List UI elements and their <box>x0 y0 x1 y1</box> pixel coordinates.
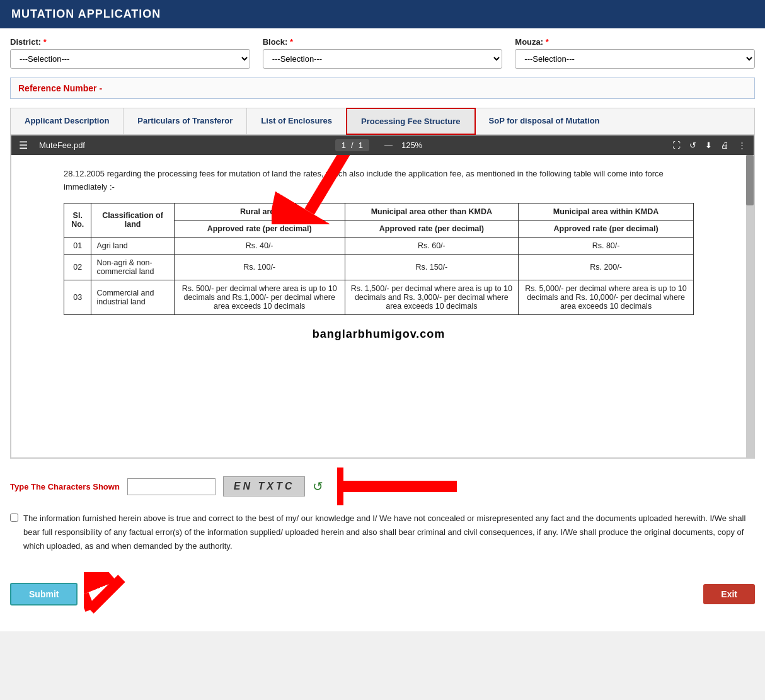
col-rural-area: Rural area <box>174 203 345 220</box>
captcha-row: Type The Characters Shown EN TXTC ↺ <box>10 468 755 505</box>
submit-button[interactable]: Submit <box>10 583 78 605</box>
reference-label: Reference Number - <box>18 83 102 93</box>
captcha-label: Type The Characters Shown <box>10 482 120 491</box>
cell-sl: 01 <box>64 237 91 254</box>
cell-muni-kmda: Rs. 80/- <box>519 237 694 254</box>
pdf-download-icon[interactable]: ⬇ <box>705 141 712 150</box>
pdf-filename: MuteFee.pdf <box>39 141 85 150</box>
svg-line-6 <box>90 578 122 610</box>
pdf-page-nav: 1 / 1 <box>335 139 369 151</box>
tab-transferor[interactable]: Particulars of Transferor <box>124 108 247 134</box>
cell-sl: 02 <box>64 254 91 280</box>
cell-muni-kmda: Rs. 5,000/- per decimal where area is up… <box>519 280 694 314</box>
pdf-menu-icon[interactable]: ☰ <box>19 139 28 151</box>
app-header: MUTATION APPLICATION <box>0 0 765 28</box>
exit-button[interactable]: Exit <box>703 584 755 604</box>
cell-muni-kmda: Rs. 200/- <box>519 254 694 280</box>
pdf-scrollbar[interactable] <box>746 155 754 457</box>
fee-table-row-0: 01 Agri land Rs. 40/- Rs. 60/- Rs. 80/- <box>64 237 694 254</box>
col-muni-other-rate: Approved rate (per decimal) <box>345 220 519 237</box>
mouza-select[interactable]: ---Selection--- <box>515 49 755 69</box>
captcha-image: EN TXTC <box>223 476 305 496</box>
pdf-fit-icon[interactable]: ⛶ <box>672 141 681 150</box>
tabs-row: Applicant Description Particulars of Tra… <box>11 108 754 135</box>
pdf-wrapper: 28.12.2005 regarding the processing fees… <box>11 155 754 457</box>
main-container: District: * ---Selection--- Block: * ---… <box>0 28 765 631</box>
declaration-row: The information furnished herein above i… <box>10 512 755 563</box>
app-title: MUTATION APPLICATION <box>11 8 161 20</box>
cell-classification: Agri land <box>91 237 174 254</box>
pdf-toolbar-right: ⛶ ↺ ⬇ 🖨 ⋮ <box>672 141 746 150</box>
cell-muni-other: Rs. 150/- <box>345 254 519 280</box>
cell-rural: Rs. 100/- <box>174 254 345 280</box>
cell-classification: Non-agri & non-commercial land <box>91 254 174 280</box>
block-group: Block: * ---Selection--- <box>263 37 503 69</box>
fee-table-row-2: 03 Commercial and industrial land Rs. 50… <box>64 280 694 314</box>
scrollbar-thumb[interactable] <box>746 155 754 205</box>
col-classification: Classification of land <box>91 203 174 237</box>
tab-processing[interactable]: Processing Fee Structure <box>346 108 476 135</box>
pdf-more-icon[interactable]: ⋮ <box>738 141 746 150</box>
declaration-text: The information furnished herein above i… <box>23 512 755 553</box>
cell-sl: 03 <box>64 280 91 314</box>
submit-arrow <box>84 572 197 616</box>
cell-rural: Rs. 40/- <box>174 237 345 254</box>
fee-table: Sl. No. Classification of land Rural are… <box>64 203 694 315</box>
fee-table-row-1: 02 Non-agri & non-commercial land Rs. 10… <box>64 254 694 280</box>
col-sl: Sl. No. <box>64 203 91 237</box>
tabs-container: Applicant Description Particulars of Tra… <box>10 108 755 459</box>
tab-enclosures[interactable]: List of Enclosures <box>247 108 347 134</box>
pdf-zoom-level: 125% <box>401 141 422 150</box>
district-select[interactable]: ---Selection--- <box>10 49 250 69</box>
block-label: Block: * <box>263 37 503 47</box>
col-muni-other: Municipal area other than KMDA <box>345 203 519 220</box>
pdf-intro-text: 28.12.2005 regarding the processing fees… <box>64 168 694 194</box>
col-muni-kmda-rate: Approved rate (per decimal) <box>519 220 694 237</box>
pdf-page-total: 1 <box>359 141 363 150</box>
mouza-label: Mouza: * <box>515 37 755 47</box>
location-form-row: District: * ---Selection--- Block: * ---… <box>10 37 755 69</box>
pdf-rotate-icon[interactable]: ↺ <box>689 141 696 150</box>
declaration-checkbox[interactable] <box>10 514 18 522</box>
watermark: banglarbhumigov.com <box>64 321 694 343</box>
mouza-group: Mouza: * ---Selection--- <box>515 37 755 69</box>
cell-muni-other: Rs. 60/- <box>345 237 519 254</box>
captcha-arrow <box>337 468 463 505</box>
cell-classification: Commercial and industrial land <box>91 280 174 314</box>
col-rural-rate: Approved rate (per decimal) <box>174 220 345 237</box>
captcha-refresh-icon[interactable]: ↺ <box>313 479 323 494</box>
pdf-content: 28.12.2005 regarding the processing fees… <box>45 155 713 457</box>
pdf-toolbar: ☰ MuteFee.pdf 1 / 1 — 125% ⛶ ↺ ⬇ 🖨 ⋮ <box>11 135 754 155</box>
district-label: District: * <box>10 37 250 47</box>
pdf-page-current: 1 <box>342 141 346 150</box>
pdf-viewer-outer: ☰ MuteFee.pdf 1 / 1 — 125% ⛶ ↺ ⬇ 🖨 ⋮ <box>11 135 754 458</box>
cell-muni-other: Rs. 1,500/- per decimal where area is up… <box>345 280 519 314</box>
pdf-print-icon[interactable]: 🖨 <box>721 141 729 150</box>
bottom-buttons: Submit Exit <box>10 572 755 623</box>
submit-area: Submit <box>10 572 197 616</box>
pdf-zoom-minus[interactable]: — <box>384 141 393 150</box>
cell-rural: Rs. 500/- per decimal where area is up t… <box>174 280 345 314</box>
tab-sop[interactable]: SoP for disposal of Mutation <box>475 108 614 134</box>
district-group: District: * ---Selection--- <box>10 37 250 69</box>
captcha-input[interactable] <box>127 478 216 495</box>
reference-bar: Reference Number - <box>10 77 755 99</box>
tab-applicant[interactable]: Applicant Description <box>11 108 124 134</box>
block-select[interactable]: ---Selection--- <box>263 49 503 69</box>
col-muni-kmda: Municipal area within KMDA <box>519 203 694 220</box>
pdf-page-sep: / <box>351 141 354 150</box>
